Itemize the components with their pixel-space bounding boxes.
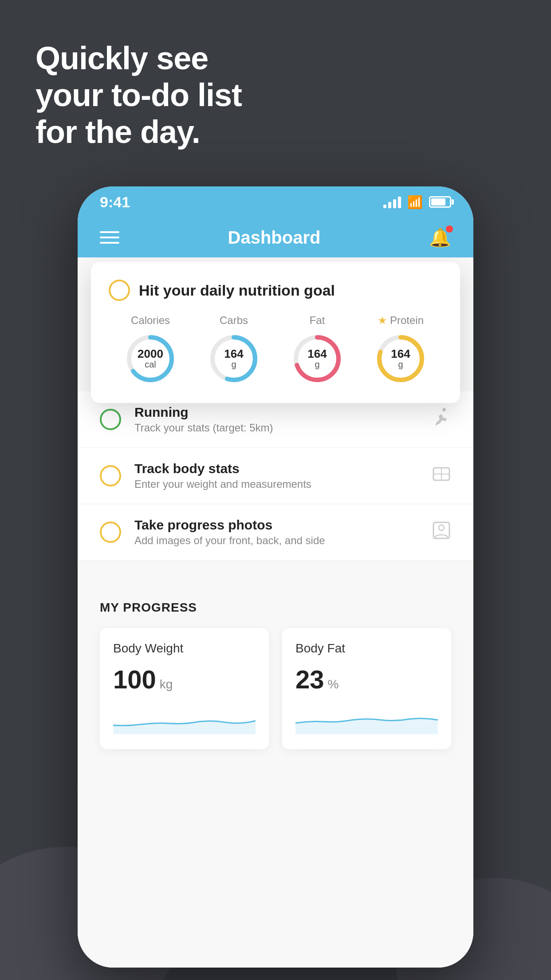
track-body-subtitle: Enter your weight and measurements (134, 478, 418, 490)
hamburger-menu[interactable] (100, 231, 119, 244)
todo-item-track-body[interactable]: Track body stats Enter your weight and m… (78, 448, 473, 504)
todo-list: Running Track your stats (target: 5km) T… (78, 391, 473, 561)
body-fat-label: Body Fat (295, 641, 438, 656)
fat-unit: g (307, 360, 327, 370)
protein-value: 164 (391, 348, 410, 360)
main-content: THINGS TO DO TODAY Hit your daily nutrit… (78, 257, 473, 968)
nav-title: Dashboard (228, 228, 321, 248)
running-icon (432, 408, 451, 431)
calories-value: 2000 (138, 348, 163, 360)
status-bar: 9:41 📶 (78, 186, 473, 217)
notification-bell[interactable]: 🔔 (429, 227, 451, 248)
body-weight-unit: kg (160, 677, 173, 692)
track-body-content: Track body stats Enter your weight and m… (134, 461, 418, 490)
svg-point-12 (439, 525, 444, 530)
body-weight-card[interactable]: Body Weight 100 kg (100, 628, 269, 749)
running-title: Running (134, 405, 418, 420)
body-weight-value: 100 (113, 664, 156, 694)
fat-value: 164 (307, 348, 327, 360)
battery-icon (429, 196, 451, 208)
body-weight-label: Body Weight (113, 641, 256, 656)
progress-cards: Body Weight 100 kg Body Fat 23 % (100, 628, 451, 749)
body-weight-sparkline (113, 707, 256, 734)
progress-photos-content: Take progress photos Add images of your … (134, 518, 418, 547)
body-weight-value-row: 100 kg (113, 664, 256, 694)
protein-donut: 164 g (374, 332, 427, 385)
body-fat-value: 23 (295, 664, 324, 694)
nutrition-item-carbs: Carbs 164 g (207, 314, 260, 385)
body-fat-value-row: 23 % (295, 664, 438, 694)
hero-text: Quickly see your to-do list for the day. (35, 40, 242, 150)
fat-donut: 164 g (291, 332, 344, 385)
body-fat-sparkline (295, 707, 438, 734)
progress-photos-title: Take progress photos (134, 518, 418, 533)
carbs-donut: 164 g (207, 332, 260, 385)
nutrition-circle-indicator (109, 280, 130, 301)
wifi-icon: 📶 (407, 195, 423, 209)
track-body-title: Track body stats (134, 461, 418, 476)
track-body-circle (100, 465, 121, 486)
scale-icon (432, 464, 451, 488)
nutrition-item-protein: ★ Protein 164 g (374, 314, 427, 385)
star-icon: ★ (378, 314, 387, 327)
fat-label: Fat (310, 314, 325, 327)
running-subtitle: Track your stats (target: 5km) (134, 422, 418, 434)
calories-label: Calories (131, 314, 170, 327)
progress-photos-circle (100, 522, 121, 543)
carbs-unit: g (224, 360, 243, 370)
nutrition-item-fat: Fat 164 g (291, 314, 344, 385)
todo-item-progress-photos[interactable]: Take progress photos Add images of your … (78, 504, 473, 561)
progress-section: MY PROGRESS Body Weight 100 kg B (78, 578, 473, 749)
nav-bar: Dashboard 🔔 (78, 217, 473, 257)
protein-label: ★ Protein (378, 314, 424, 327)
running-content: Running Track your stats (target: 5km) (134, 405, 418, 434)
progress-photos-subtitle: Add images of your front, back, and side (134, 534, 418, 547)
body-fat-unit: % (328, 677, 339, 692)
phone-frame: 9:41 📶 Dashboard 🔔 TH (78, 186, 473, 968)
calories-donut: 2000 cal (124, 332, 177, 385)
nutrition-card-title: Hit your daily nutrition goal (139, 282, 335, 299)
status-time: 9:41 (100, 194, 130, 211)
bell-notification-dot (446, 225, 453, 233)
running-circle (100, 409, 121, 430)
protein-unit: g (391, 360, 410, 370)
progress-title: MY PROGRESS (100, 601, 451, 615)
nutrition-row: Calories 2000 cal Carbs (109, 314, 442, 385)
signal-bars-icon (383, 196, 401, 208)
person-icon (432, 521, 451, 544)
nutrition-item-calories: Calories 2000 cal (124, 314, 177, 385)
nutrition-card: Hit your daily nutrition goal Calories 2… (91, 262, 460, 403)
carbs-value: 164 (224, 348, 243, 360)
carbs-label: Carbs (220, 314, 248, 327)
body-fat-card[interactable]: Body Fat 23 % (282, 628, 451, 749)
calories-unit: cal (138, 360, 163, 370)
card-title-row: Hit your daily nutrition goal (109, 280, 442, 301)
status-icons: 📶 (383, 195, 451, 209)
